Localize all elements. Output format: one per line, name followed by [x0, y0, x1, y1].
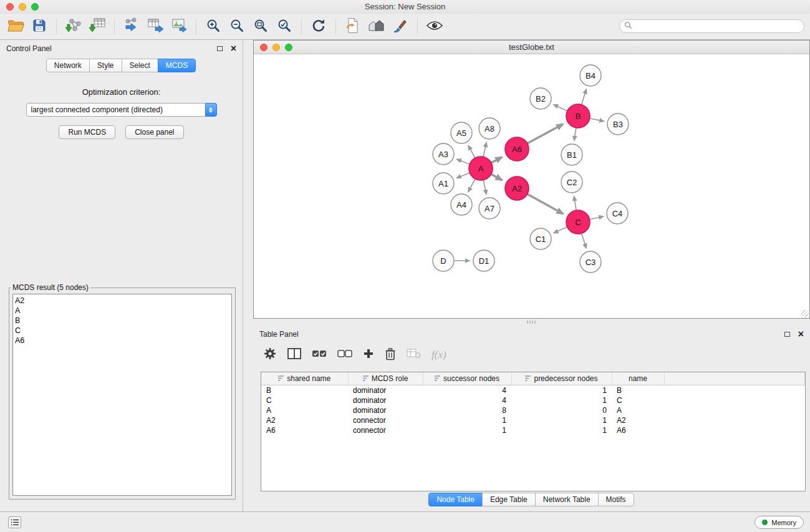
cell-mcds_role: dominator — [348, 385, 423, 395]
mcds-result-item[interactable]: C — [15, 326, 229, 336]
import-table-icon — [89, 17, 106, 36]
network-node-A4[interactable]: A4 — [451, 194, 472, 215]
svg-text:C3: C3 — [586, 258, 596, 267]
cell-name: C — [612, 395, 664, 405]
save-session-button[interactable] — [27, 16, 51, 37]
refresh-button[interactable] — [307, 16, 330, 37]
close-panel-icon[interactable]: × — [231, 44, 236, 53]
criterion-dropdown[interactable]: largest connected component (directed) — [26, 103, 217, 117]
open-session-button[interactable] — [4, 16, 27, 37]
import-network-button[interactable] — [62, 16, 85, 37]
export-network-button[interactable] — [120, 16, 143, 37]
import-table-button[interactable] — [85, 16, 109, 37]
export-image-button[interactable] — [167, 16, 191, 37]
cell-mcds_role: dominator — [348, 405, 423, 415]
network-node-C1[interactable]: C1 — [530, 228, 551, 249]
close-table-panel-icon[interactable]: × — [798, 330, 804, 339]
zoom-in-button[interactable] — [201, 16, 225, 37]
network-node-C2[interactable]: C2 — [561, 172, 582, 193]
network-node-A[interactable]: A — [469, 157, 493, 180]
mcds-result-item[interactable]: B — [15, 316, 229, 326]
style-brush-button[interactable] — [388, 16, 412, 37]
close-panel-button[interactable]: Close panel — [125, 125, 183, 139]
tab-select[interactable]: Select — [122, 59, 158, 72]
column-header-name[interactable]: name — [612, 372, 664, 385]
column-header-shared-name[interactable]: shared name — [261, 372, 348, 385]
network-node-B3[interactable]: B3 — [607, 114, 629, 135]
network-node-B1[interactable]: B1 — [561, 144, 582, 165]
zoom-out-button[interactable] — [225, 16, 249, 37]
zoom-fit-button[interactable] — [249, 16, 272, 37]
network-overview-button[interactable] — [365, 16, 388, 37]
table-row[interactable]: A2connector11A2 — [261, 415, 805, 425]
show-panel-button[interactable] — [8, 516, 21, 528]
search-input[interactable] — [635, 22, 804, 31]
network-node-B4[interactable]: B4 — [580, 65, 601, 86]
network-node-B2[interactable]: B2 — [530, 88, 551, 109]
tab-network-table[interactable]: Network Table — [535, 493, 599, 506]
table-row[interactable]: Adominator80A — [261, 405, 805, 415]
network-canvas[interactable]: B4B2BB3A5A8A6A3B1AC2A1A2A4A7C4CC1C3DD1 — [254, 54, 809, 318]
network-node-A8[interactable]: A8 — [479, 118, 500, 139]
create-column-button[interactable] — [363, 348, 374, 362]
svg-text:A3: A3 — [438, 150, 448, 159]
table-toolbar: f(x) — [253, 343, 810, 367]
network-node-D[interactable]: D — [433, 250, 454, 271]
delete-table-button[interactable] — [407, 349, 421, 361]
column-header-mcds-role[interactable]: MCDS role — [348, 372, 423, 385]
network-node-A5[interactable]: A5 — [451, 122, 472, 143]
table-header-row: shared name MCDS role successor nodes pr… — [261, 372, 805, 385]
float-panel-icon[interactable] — [217, 46, 223, 51]
column-header-successor-nodes[interactable]: successor nodes — [423, 372, 511, 385]
panel-splitter-handle[interactable] — [527, 321, 536, 324]
network-node-B[interactable]: B — [566, 104, 590, 128]
session-document-button[interactable] — [341, 16, 365, 37]
search-field[interactable] — [619, 19, 804, 33]
svg-text:A4: A4 — [456, 200, 466, 210]
delete-column-button[interactable] — [385, 347, 396, 363]
table-row[interactable]: Cdominator41C — [261, 395, 805, 405]
mcds-result-item[interactable]: A — [15, 306, 229, 316]
cell-predecessor: 0 — [511, 405, 612, 415]
network-window-titlebar[interactable]: testGlobe.txt — [254, 41, 809, 54]
network-node-C3[interactable]: C3 — [580, 251, 601, 273]
network-node-A3[interactable]: A3 — [433, 143, 454, 165]
float-table-panel-icon[interactable] — [784, 332, 790, 337]
tab-motifs[interactable]: Motifs — [598, 493, 634, 506]
table-settings-button[interactable] — [263, 347, 277, 363]
export-table-button[interactable] — [143, 16, 167, 37]
mcds-result-group: MCDS result (5 nodes) A2ABCA6 — [9, 283, 236, 500]
function-builder-button[interactable]: f(x) — [432, 349, 446, 361]
network-node-C[interactable]: C — [566, 210, 590, 234]
select-all-columns-button[interactable] — [312, 349, 327, 361]
column-header-predecessor-nodes[interactable]: predecessor nodes — [511, 372, 612, 385]
network-node-A1[interactable]: A1 — [433, 173, 454, 194]
memory-button[interactable]: Memory — [755, 516, 804, 529]
tab-style[interactable]: Style — [89, 59, 122, 72]
mcds-result-list[interactable]: A2ABCA6 — [12, 294, 232, 496]
mcds-result-item[interactable]: A6 — [15, 336, 229, 346]
tab-network[interactable]: Network — [46, 59, 90, 72]
tab-node-table[interactable]: Node Table — [428, 493, 483, 506]
columns-icon — [287, 348, 301, 362]
run-mcds-button[interactable]: Run MCDS — [59, 125, 115, 139]
tab-edge-table[interactable]: Edge Table — [482, 493, 536, 506]
cell-predecessor: 1 — [511, 385, 612, 395]
tab-mcds[interactable]: MCDS — [158, 59, 196, 72]
unselect-all-columns-button[interactable] — [337, 349, 352, 361]
cell-shared_name: A2 — [261, 415, 348, 425]
svg-text:B: B — [576, 112, 581, 121]
import-network-icon — [65, 17, 82, 36]
table-row[interactable]: A6connector11A6 — [261, 425, 805, 435]
resize-grip[interactable] — [801, 310, 809, 317]
mcds-result-item[interactable]: A2 — [15, 296, 229, 306]
network-node-C4[interactable]: C4 — [607, 203, 628, 224]
show-columns-button[interactable] — [287, 348, 301, 362]
table-row[interactable]: Bdominator41B — [261, 385, 805, 395]
network-node-A2[interactable]: A2 — [505, 177, 529, 200]
zoom-selected-button[interactable] — [272, 16, 296, 37]
show-hide-button[interactable] — [423, 16, 446, 37]
network-node-D1[interactable]: D1 — [473, 250, 494, 271]
network-node-A7[interactable]: A7 — [479, 198, 500, 219]
network-node-A6[interactable]: A6 — [505, 137, 529, 161]
